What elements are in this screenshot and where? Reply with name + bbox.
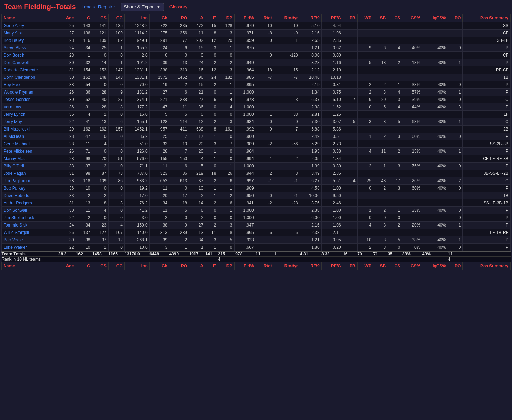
player-link[interactable]: Tommie Sisk xyxy=(4,223,27,228)
rank-wp xyxy=(357,257,373,262)
foot-col-inn[interactable]: Inn xyxy=(124,262,149,270)
col-rf9[interactable]: RF/9 xyxy=(300,14,321,22)
foot-col-lgcsp[interactable]: lgCS% xyxy=(422,262,448,270)
table-row: Pete Mikkelsen267100126.02872010.9641.93… xyxy=(2,148,511,155)
rank-rfg xyxy=(321,257,343,262)
player-link[interactable]: Manny Mota xyxy=(4,156,27,161)
player-link[interactable]: Gene Michael xyxy=(4,141,30,146)
foot-col-e[interactable]: E xyxy=(205,262,218,270)
rank-pos xyxy=(463,257,511,262)
col-rfg[interactable]: RF/G xyxy=(321,14,343,22)
table-container: Name Age G GS CG Inn Ch PO A E DP Fld% R… xyxy=(0,14,512,270)
foot-col-name[interactable]: Name xyxy=(2,262,58,270)
foot-col-po2[interactable]: PO xyxy=(448,262,463,270)
table-row: Bob Veale30383712268.13923435.9231.210.9… xyxy=(2,236,511,244)
player-link[interactable]: Jesse Gonder xyxy=(4,97,30,102)
player-link[interactable]: Roy Face xyxy=(4,82,21,87)
col-inn[interactable]: Inn xyxy=(124,14,149,22)
table-row: Jerry May2241136155.11281141223.984007.3… xyxy=(2,118,511,126)
player-link[interactable]: Jim Pagliaroni xyxy=(4,178,30,183)
player-link[interactable]: Pete Mikkelsen xyxy=(4,149,32,154)
totals-po2: 11 xyxy=(448,251,463,257)
foot-col-csp[interactable]: CS% xyxy=(402,262,422,270)
foot-col-rfg[interactable]: RF/G xyxy=(321,262,343,270)
player-link[interactable]: Bob Purkey xyxy=(4,186,25,191)
table-row: Al McBean28470086.22571710.9602.490.5112… xyxy=(2,133,511,140)
rank-cs xyxy=(388,257,402,262)
player-link[interactable]: Vern Law xyxy=(4,104,21,109)
player-link[interactable]: Willie Stargell xyxy=(4,230,29,235)
col-name[interactable]: Name xyxy=(2,14,58,22)
col-ch[interactable]: Ch xyxy=(149,14,169,22)
col-po2[interactable]: PO xyxy=(448,14,463,22)
rank-pb xyxy=(343,257,357,262)
player-link[interactable]: Steve Blass xyxy=(4,45,26,50)
foot-col-wp[interactable]: WP xyxy=(357,262,373,270)
foot-col-rtotyr[interactable]: Rtot/yr xyxy=(274,262,300,270)
player-link[interactable]: Jim Shellenback xyxy=(4,215,34,220)
table-row: Jerry Lynch3542016.0550001.0001382.811.2… xyxy=(2,111,511,118)
totals-dp: 215 xyxy=(218,251,234,257)
table-row: Billy O'Dell33372071.11165011.0001.390.3… xyxy=(2,163,511,170)
foot-col-cg[interactable]: CG xyxy=(108,262,124,270)
player-link[interactable]: Billy O'Dell xyxy=(4,164,24,168)
player-link[interactable]: Al McBean xyxy=(4,134,24,139)
rank-label: Rank in 10 NL teams xyxy=(2,257,218,262)
foot-col-dp[interactable]: DP xyxy=(218,262,234,270)
col-cg[interactable]: CG xyxy=(108,14,124,22)
player-link[interactable]: Matty Alou xyxy=(4,31,23,36)
col-po[interactable]: PO xyxy=(169,14,189,22)
player-link[interactable]: Andre Rodgers xyxy=(4,201,32,205)
player-link[interactable]: Woodie Fryman xyxy=(4,90,33,95)
player-link[interactable]: Don Cardwell xyxy=(4,60,29,65)
col-lgcsp[interactable]: lgCS% xyxy=(422,14,448,22)
col-csp[interactable]: CS% xyxy=(402,14,422,22)
league-register-link[interactable]: League Register xyxy=(82,4,115,9)
player-link[interactable]: Dave Roberts xyxy=(4,193,29,198)
col-a[interactable]: A xyxy=(189,14,205,22)
col-rtot[interactable]: Rtot xyxy=(256,14,274,22)
foot-col-gs[interactable]: GS xyxy=(92,262,108,270)
col-sb[interactable]: SB xyxy=(373,14,388,22)
totals-e: 141 xyxy=(205,251,218,257)
col-age[interactable]: Age xyxy=(58,14,76,22)
player-link[interactable]: Roberto Clemente xyxy=(4,68,38,72)
col-g[interactable]: G xyxy=(76,14,92,22)
foot-col-po[interactable]: PO xyxy=(169,262,189,270)
foot-col-rf9[interactable]: RF/9 xyxy=(300,262,321,270)
player-link[interactable]: Gene Alley xyxy=(4,23,24,28)
foot-col-a[interactable]: A xyxy=(189,262,205,270)
foot-col-g[interactable]: G xyxy=(76,262,92,270)
player-link[interactable]: Bill Mazeroski xyxy=(4,127,30,132)
player-link[interactable]: Don Schwall xyxy=(4,208,27,213)
foot-col-sb[interactable]: SB xyxy=(373,262,388,270)
col-pb[interactable]: PB xyxy=(343,14,357,22)
foot-col-pb[interactable]: PB xyxy=(343,262,357,270)
col-rtotyr[interactable]: Rtot/yr xyxy=(274,14,300,22)
glossary-link[interactable]: Glossary xyxy=(169,4,187,9)
page-title: Team Fielding--Totals xyxy=(4,3,76,11)
share-export-button[interactable]: Share & Export ▼ xyxy=(121,3,164,11)
foot-col-cs[interactable]: CS xyxy=(388,262,402,270)
col-wp[interactable]: WP xyxy=(357,14,373,22)
player-link[interactable]: Donn Clendenon xyxy=(4,75,35,80)
table-row: Willie Stargell261371271071140.031328913… xyxy=(2,229,511,236)
foot-col-age[interactable]: Age xyxy=(58,262,76,270)
foot-col-fld[interactable]: Fld% xyxy=(234,262,256,270)
col-e[interactable]: E xyxy=(205,14,218,22)
foot-col-rtot[interactable]: Rtot xyxy=(256,262,274,270)
player-link[interactable]: Luke Walker xyxy=(4,245,27,250)
col-gs[interactable]: GS xyxy=(92,14,108,22)
foot-col-ch[interactable]: Ch xyxy=(149,262,169,270)
player-link[interactable]: Bob Bailey xyxy=(4,38,24,43)
col-dp[interactable]: DP xyxy=(218,14,234,22)
player-link[interactable]: Jerry Lynch xyxy=(4,112,25,117)
col-cs[interactable]: CS xyxy=(388,14,402,22)
col-fld[interactable]: Fld% xyxy=(234,14,256,22)
player-link[interactable]: Don Bosch xyxy=(4,53,24,58)
col-pos[interactable]: Pos Summary xyxy=(463,14,511,22)
player-link[interactable]: Jerry May xyxy=(4,119,22,124)
foot-col-pos[interactable]: Pos Summary xyxy=(463,262,511,270)
player-link[interactable]: Jose Pagan xyxy=(4,171,26,176)
player-link[interactable]: Bob Veale xyxy=(4,237,23,242)
